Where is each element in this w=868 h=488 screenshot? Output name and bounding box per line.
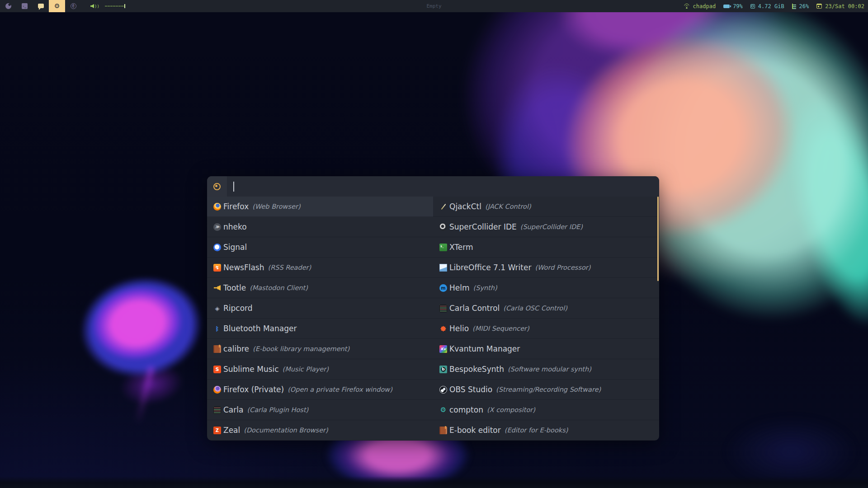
- app-name: Helm: [449, 283, 470, 292]
- status-label: 79%: [733, 3, 743, 9]
- workspace-at[interactable]: @: [65, 0, 81, 12]
- app-name: Carla: [223, 405, 243, 414]
- search-bar: [207, 176, 659, 197]
- app-item[interactable]: SSublime Music(Music Player): [207, 359, 433, 380]
- launcher-mode-button[interactable]: [207, 176, 227, 197]
- app-name: nheko: [223, 222, 247, 231]
- app-item[interactable]: ◈Ripcord: [207, 298, 433, 319]
- app-description: (Editor for E-books): [505, 427, 568, 434]
- app-description: (X compositor): [487, 406, 535, 413]
- app-description: (Carla OSC Control): [503, 305, 567, 312]
- obs-icon: [439, 386, 447, 394]
- app-description: (MIDI Sequencer): [472, 325, 529, 332]
- status-area: chadpad79%4.72 GiB26%23/Sat 00:02: [676, 0, 864, 12]
- volume-control: )): [90, 4, 125, 9]
- nheko-icon: ≫: [213, 223, 221, 231]
- app-name: NewsFlash: [223, 263, 264, 272]
- app-item[interactable]: calibre(E-book library management): [207, 339, 433, 359]
- app-description: (Word Processor): [535, 264, 590, 271]
- app-item[interactable]: mHelm(Synth): [433, 278, 659, 298]
- carla-control-icon: [439, 305, 447, 312]
- search-input[interactable]: [227, 176, 659, 197]
- app-item[interactable]: Helio(MIDI Sequencer): [433, 319, 659, 339]
- app-description: (Open a private Firefox window): [288, 386, 392, 393]
- battery-icon: [723, 5, 730, 8]
- app-list: Firefox(Web Browser)≫nhekoSignal↯NewsFla…: [207, 197, 659, 441]
- app-name: Firefox (Private): [223, 385, 284, 394]
- newsflash-icon: ↯: [213, 264, 221, 272]
- compton-icon: ⚙: [439, 406, 447, 414]
- app-item[interactable]: Firefox(Web Browser): [207, 197, 433, 217]
- gear-icon: ⚙: [54, 3, 60, 9]
- app-item[interactable]: Carla(Carla Plugin Host): [207, 400, 433, 420]
- app-name: Sublime Music: [223, 365, 279, 374]
- app-item[interactable]: Carla Control(Carla OSC Control): [433, 298, 659, 319]
- supercollider-icon: [439, 223, 447, 231]
- xterm-icon: $_: [439, 244, 447, 251]
- bespokesynth-icon: b: [439, 366, 447, 373]
- status-label: 26%: [799, 3, 809, 9]
- firefox-private-icon: [213, 386, 221, 394]
- memory-icon: [792, 4, 796, 9]
- app-name: Firefox: [223, 202, 249, 211]
- app-item[interactable]: QjackCtl(JACK Control): [433, 197, 659, 217]
- calibre-icon: [213, 345, 221, 353]
- app-item[interactable]: ᛒBluetooth Manager: [207, 319, 433, 339]
- app-name: XTerm: [449, 243, 473, 252]
- app-item[interactable]: OBS Studio(Streaming/Recording Software): [433, 380, 659, 400]
- app-description: (Carla Plugin Host): [247, 406, 308, 413]
- app-item[interactable]: SuperCollider IDE(SuperCollider IDE): [433, 217, 659, 237]
- app-name: SuperCollider IDE: [449, 222, 517, 231]
- workspace-firefox-workspace[interactable]: [0, 0, 16, 12]
- kvantum-icon: Kv: [439, 345, 447, 353]
- app-name: Carla Control: [449, 304, 500, 313]
- app-description: (Streaming/Recording Software): [496, 386, 601, 393]
- app-name: Signal: [223, 243, 247, 252]
- app-item[interactable]: ZZeal(Documentation Browser): [207, 420, 433, 441]
- qjackctl-icon: [439, 203, 447, 211]
- app-column-left: Firefox(Web Browser)≫nhekoSignal↯NewsFla…: [207, 197, 433, 441]
- volume-slider-handle[interactable]: [124, 4, 125, 8]
- app-name: Zeal: [223, 426, 240, 435]
- status-label: 4.72 GiB: [758, 3, 784, 9]
- app-description: (Synth): [473, 284, 497, 291]
- app-name: OBS Studio: [449, 385, 492, 394]
- launcher-mode-icon: [213, 183, 221, 190]
- app-item[interactable]: LibreOffice 7.1 Writer(Word Processor): [433, 258, 659, 278]
- scrollbar[interactable]: [657, 197, 659, 281]
- ebook-editor-icon: [439, 427, 447, 434]
- app-description: (Mastodon Client): [250, 284, 308, 291]
- app-item[interactable]: Firefox (Private)(Open a private Firefox…: [207, 380, 433, 400]
- app-description: (Documentation Browser): [244, 427, 328, 434]
- speaker-icon: )): [90, 4, 99, 9]
- terminal-icon: ›_: [22, 3, 28, 9]
- app-item[interactable]: $_XTerm: [433, 237, 659, 258]
- app-item[interactable]: E-book editor(Editor for E-books): [433, 420, 659, 441]
- status-segment: 26%: [792, 3, 809, 9]
- app-name: QjackCtl: [449, 202, 481, 211]
- app-item[interactable]: bBespokeSynth(Software modular synth): [433, 359, 659, 380]
- app-name: Helio: [449, 324, 469, 333]
- firefox-workspace-icon: [5, 3, 11, 9]
- app-item[interactable]: Tootle(Mastodon Client): [207, 278, 433, 298]
- app-description: (JACK Control): [485, 203, 531, 210]
- jellyfish-left: [56, 251, 230, 417]
- app-item[interactable]: KvKvantum Manager: [433, 339, 659, 359]
- app-column-right: QjackCtl(JACK Control)SuperCollider IDE(…: [433, 197, 659, 441]
- app-item[interactable]: ⚙compton(X compositor): [433, 400, 659, 420]
- seafloor-shadow: [0, 476, 868, 488]
- app-name: BespokeSynth: [449, 365, 504, 374]
- status-label: chadpad: [693, 3, 716, 9]
- app-item[interactable]: ≫nheko: [207, 217, 433, 237]
- chat-icon: [38, 4, 44, 8]
- wifi-icon: [684, 4, 690, 9]
- workspace-chat[interactable]: [33, 0, 49, 12]
- app-item[interactable]: Signal: [207, 237, 433, 258]
- app-description: (Software modular synth): [508, 366, 591, 373]
- app-description: (E-book library management): [253, 345, 349, 352]
- volume-slider[interactable]: [105, 6, 125, 6]
- workspace-terminal[interactable]: ›_: [16, 0, 33, 12]
- app-item[interactable]: ↯NewsFlash(RSS Reader): [207, 258, 433, 278]
- workspace-gear[interactable]: ⚙: [49, 0, 65, 12]
- libreoffice-writer-icon: [439, 264, 447, 272]
